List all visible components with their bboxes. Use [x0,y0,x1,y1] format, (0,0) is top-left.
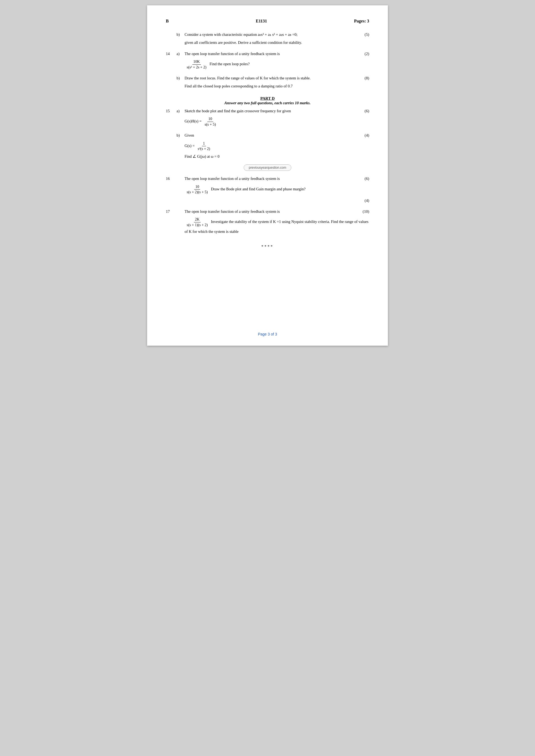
q15b-text: Given [184,132,356,139]
q14a-findpoles: Find the open loop poles? [210,62,250,66]
q15a-text: Sketch the bode plot and find the gain c… [184,108,356,114]
question-15b: b) Given (4) G(s) = 1 s²(s + 2) Find ∠ G… [166,132,369,160]
q16-marks2: (4) [356,198,369,204]
q13b-label: b) [177,32,184,38]
watermark-container: previousyearquestion.com [166,164,369,171]
q14a-formula: 10K s(s² + 2s + 2) Find the open loop po… [184,59,369,70]
q15a-numerator: 10 [207,116,213,122]
q14a-denominator: s(s² + 2s + 2) [186,65,208,70]
q15b-gs-label: G(s) = [184,144,195,148]
q15a-marks: (6) [356,108,369,114]
q15b-marks: (4) [356,132,369,139]
q14a-label: a) [177,51,184,57]
header-left: B [166,19,169,23]
q16-number: 16 [166,176,177,182]
q17-numerator: 2K [194,217,201,222]
q17-number: 17 [166,208,177,215]
end-stars: **** [166,244,369,249]
q15a-formula: G(s)H(s) = 10 s(s + 5) [184,116,369,127]
question-16: 16 The open loop transfer function of a … [166,176,369,204]
q15a-denominator: s(s + 5) [204,122,217,127]
q15b-denominator: s²(s + 2) [197,146,211,151]
exam-page: B E1131 Pages: 3 b) Consider a system wi… [147,5,388,346]
question-14a: 14 a) The open loop transfer function of… [166,51,369,70]
q16-formula: 10 s(s + 2)(s + 5) Draw the Bode plot an… [184,184,369,195]
q16-fraction: 10 s(s + 2)(s + 5) [186,184,209,195]
q17-fraction: 2K s(s + 1)(s + 2) [186,217,209,228]
q13b-marks: (5) [356,32,369,38]
q14a-fraction: 10K s(s² + 2s + 2) [186,59,208,70]
q16-denominator: s(s + 2)(s + 5) [186,190,209,195]
q16-numerator: 10 [194,184,200,190]
q14b-text: Draw the root locus. Find the range of v… [184,75,356,81]
q15b-fraction: 1 s²(s + 2) [197,141,211,151]
part-d-instruction: Answer any two full questions, each carr… [166,101,369,105]
q14a-marks: (2) [356,51,369,57]
q15b-label: b) [177,132,184,139]
q14a-numerator: 10K [192,59,201,65]
q15b-subtext: Find ∠ G(jω) at ω = 0 [184,153,369,160]
header-center: E1131 [256,19,267,23]
q14b-label: b) [177,75,184,81]
question-13b: b) Consider a system with characteristic… [166,32,369,46]
q14-number: 14 [166,51,177,57]
q17-subtext: Investigate the stability of the system … [184,220,368,234]
q15-number: 15 [166,108,177,114]
header-right: Pages: 3 [354,19,369,23]
q15a-fraction: 10 s(s + 5) [204,116,217,127]
q14b-marks: (8) [356,75,369,81]
q17-marks: (10) [356,208,369,215]
q14b-subtext: Find all the closed loop poles correspon… [184,83,369,90]
q15a-gs-label: G(s)H(s) = [184,119,201,123]
q16-marks: (6) [356,176,369,182]
q15b-numerator: 1 [202,141,206,147]
q15b-formula: G(s) = 1 s²(s + 2) [184,140,369,152]
question-15a: 15 a) Sketch the bode plot and find the … [166,108,369,127]
q13b-text: Consider a system with characteristic eq… [184,32,356,38]
q17-text: The open loop transfer function of a uni… [184,208,356,215]
question-17: 17 The open loop transfer function of a … [166,208,369,235]
q17-denominator: s(s + 1)(s + 2) [186,222,209,228]
page-header: B E1131 Pages: 3 [166,19,369,23]
q14a-text: The open loop transfer function of a uni… [184,51,356,57]
part-d-title: PART D [166,96,369,101]
q16-subtext: Draw the Bode plot and find Gain margin … [211,187,305,191]
question-14b: b) Draw the root locus. Find the range o… [166,75,369,90]
q15a-label: a) [177,108,184,114]
page-footer: Page 3 of 3 [147,332,388,336]
q13b-subtext: given all coefficients are positive. Der… [184,39,369,46]
q16-text: The open loop transfer function of a uni… [184,176,356,182]
part-d-header: PART D Answer any two full questions, ea… [166,96,369,105]
watermark: previousyearquestion.com [244,164,291,171]
q17-formula: 2K s(s + 1)(s + 2) Investigate the stabi… [184,216,369,235]
